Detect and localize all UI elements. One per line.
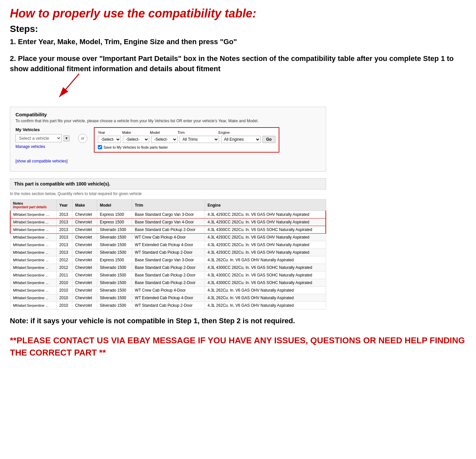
td-make: Chevrolet — [72, 287, 97, 294]
td-make: Chevrolet — [72, 279, 97, 287]
compat-subtitle: To confirm that this part fits your vehi… — [15, 119, 321, 123]
td-trim: WT Extended Cab Pickup 4-Door — [132, 294, 205, 302]
td-make: Chevrolet — [72, 226, 97, 234]
td-engine: 4.3L 4293CC 262Cu. In. V6 GAS OHV Natura… — [205, 218, 326, 226]
td-model: Silverado 1500 — [97, 241, 132, 249]
go-button[interactable]: Go — [263, 136, 275, 143]
my-vehicles-section: My Vehicles Select a vehicle ▼ Manage ve… — [15, 127, 71, 163]
td-engine: 4.3L 4300CC 262Cu. In. V6 GAS SOHC Natur… — [205, 279, 326, 287]
ymm-box: Year Make Model Trim Engine -Select- -Se… — [94, 127, 279, 153]
table-header-row: Notes Important part details Year Make M… — [10, 200, 326, 211]
save-checkbox[interactable] — [98, 145, 102, 149]
td-year: 2013 — [57, 211, 72, 218]
model-label: Model — [150, 130, 176, 134]
year-label: Year — [98, 130, 120, 134]
td-model: Express 1500 — [97, 256, 132, 264]
td-make: Chevrolet — [72, 256, 97, 264]
td-make: Chevrolet — [72, 302, 97, 309]
td-trim: Base Standard Cargo Van 3-Door — [132, 211, 205, 218]
td-engine: 4.3L 262Cu. In. V6 GAS OHV Naturally Asp… — [205, 294, 326, 302]
manage-vehicles-link[interactable]: Manage vehicles — [15, 144, 71, 149]
th-engine: Engine — [205, 200, 326, 211]
engine-select[interactable]: All Engines — [221, 136, 261, 143]
td-engine: 4.3L 262Cu. In. V6 GAS OHV Naturally Asp… — [205, 287, 326, 294]
model-select[interactable]: -Select- — [151, 136, 178, 143]
or-separator: or — [78, 134, 87, 143]
td-notes: Mfrlabel:Serpentine ... — [10, 264, 57, 272]
make-label: Make — [122, 130, 148, 134]
td-make: Chevrolet — [72, 272, 97, 279]
make-select[interactable]: -Select- — [123, 136, 149, 143]
td-engine: 4.3L 4300CC 262Cu. In. V6 GAS SOHC Natur… — [205, 272, 326, 279]
td-year: 2013 — [57, 234, 72, 241]
td-model: Silverado 1500 — [97, 279, 132, 287]
td-trim: Base Standard Cab Pickup 2-Door — [132, 272, 205, 279]
table-row: Mfrlabel:Serpentine ...2013ChevroletSilv… — [10, 234, 326, 241]
save-checkbox-row: Save to My Vehicles to finds parts faste… — [98, 145, 275, 149]
td-make: Chevrolet — [72, 264, 97, 272]
td-trim: Base Standard Cargo Van 3-Door — [132, 256, 205, 264]
arrow-svg — [53, 71, 119, 103]
td-engine: 4.3L 4293CC 262Cu. In. V6 GAS OHV Natura… — [205, 249, 326, 256]
table-row: Mfrlabel:Serpentine ...2012ChevroletExpr… — [10, 256, 326, 264]
table-row: Mfrlabel:Serpentine ...2010ChevroletSilv… — [10, 302, 326, 309]
td-make: Chevrolet — [72, 241, 97, 249]
td-notes: Mfrlabel:Serpentine ... — [10, 287, 57, 294]
compat-table: Notes Important part details Year Make M… — [10, 199, 326, 309]
td-trim: Base Standard Cab Pickup 2-Door — [132, 279, 205, 287]
td-engine: 4.3L 262Cu. In. V6 GAS OHV Naturally Asp… — [205, 256, 326, 264]
note-section: Note: if it says your vehicle is not com… — [10, 316, 466, 326]
td-year: 2010 — [57, 294, 72, 302]
select-vehicle-dropdown[interactable]: Select a vehicle — [15, 134, 62, 142]
year-select[interactable]: -Select- — [98, 136, 121, 143]
td-year: 2013 — [57, 249, 72, 256]
step1-text: 1. Enter Year, Make, Model, Trim, Engine… — [10, 37, 466, 47]
table-row: Mfrlabel:Serpentine ...2010ChevroletSilv… — [10, 294, 326, 302]
td-model: Express 1500 — [97, 218, 132, 226]
td-notes: Mfrlabel:Serpentine ... — [10, 234, 57, 241]
td-notes: Mfrlabel:Serpentine ... — [10, 302, 57, 309]
td-year: 2012 — [57, 256, 72, 264]
td-model: Silverado 1500 — [97, 302, 132, 309]
td-notes: Mfrlabel:Serpentine.... — [10, 218, 57, 226]
th-trim: Trim — [132, 200, 205, 211]
table-row: Mfrlabel:Serpentine ...2012ChevroletSilv… — [10, 264, 326, 272]
table-row: Mfrlabel:Serpentine ...2013ChevroletSilv… — [10, 241, 326, 249]
show-all-link[interactable]: [show all compatible vehicles] — [15, 159, 71, 163]
td-notes: Mfrlabel:Serpentine .... — [10, 211, 57, 218]
svg-line-1 — [59, 74, 79, 97]
td-year: 2012 — [57, 264, 72, 272]
td-engine: 4.3L 4293CC 262Cu. In. V6 GAS OHV Natura… — [205, 241, 326, 249]
compat-info-bar: This part is compatible with 1000 vehicl… — [10, 178, 326, 189]
td-trim: WT Standard Cab Pickup 2-Door — [132, 302, 205, 309]
td-trim: WT Crew Cab Pickup 4-Door — [132, 234, 205, 241]
table-row: Mfrlabel:Serpentine ...2011ChevroletSilv… — [10, 272, 326, 279]
table-row: Mfrlabel:Serpentine ....2013ChevroletExp… — [10, 211, 326, 218]
main-title: How to properly use the compatibility ta… — [10, 7, 466, 20]
th-year: Year — [57, 200, 72, 211]
td-model: Silverado 1500 — [97, 226, 132, 234]
ymm-labels-row: Year Make Model Trim Engine — [98, 130, 275, 134]
compatibility-box: Compatibility To confirm that this part … — [10, 107, 326, 172]
compat-note: In the notes section below, Quantity ref… — [10, 191, 466, 196]
table-row: Mfrlabel:Serpentine ...2010ChevroletSilv… — [10, 287, 326, 294]
td-notes: Mfrlabel:Serpentine ... — [10, 256, 57, 264]
trim-select[interactable]: All Trims — [180, 136, 219, 143]
td-make: Chevrolet — [72, 249, 97, 256]
my-vehicles-label: My Vehicles — [15, 127, 71, 132]
table-row: Mfrlabel:Serpentine ...2010ChevroletSilv… — [10, 279, 326, 287]
td-model: Silverado 1500 — [97, 294, 132, 302]
contact-section: **PLEASE CONTACT US VIA EBAY MESSAGE IF … — [10, 334, 466, 359]
td-engine: 4.3L 4293CC 262Cu. In. V6 GAS OHV Natura… — [205, 234, 326, 241]
table-row: Mfrlabel:Serpentine....2013ChevroletExpr… — [10, 218, 326, 226]
table-row: Mfrlabel:Serpentine ...2013ChevroletSilv… — [10, 249, 326, 256]
engine-label: Engine — [218, 130, 257, 134]
td-year: 2011 — [57, 272, 72, 279]
dropdown-arrow-icon[interactable]: ▼ — [64, 135, 70, 141]
steps-heading: Steps: — [10, 24, 466, 34]
th-model: Model — [97, 200, 132, 211]
table-row: Mfrlabel:Serpentine ...2013ChevroletSilv… — [10, 226, 326, 234]
td-make: Chevrolet — [72, 211, 97, 218]
td-trim: Base Standard Cargo Van 4-Door — [132, 218, 205, 226]
th-make: Make — [72, 200, 97, 211]
